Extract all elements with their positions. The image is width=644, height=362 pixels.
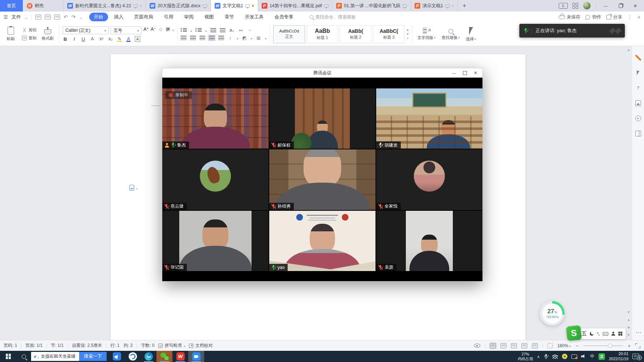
tray-mic-icon[interactable] [544,354,548,359]
increase-indent-icon[interactable] [220,28,226,32]
text-typeset-button[interactable]: 文字排版 [416,28,437,40]
zoom-out-button[interactable]: − [576,343,579,349]
collaborate-button[interactable]: 协作 [585,14,601,20]
taskbar-search-button[interactable] [17,351,31,362]
styles-scroll[interactable]: ▲▼≡ [406,28,409,40]
style-heading1[interactable]: AaBb标题 1 [306,25,338,43]
view-page-icon[interactable] [490,343,496,348]
tab-document-1[interactable]: 新时代爱国主义...鲁杰) 4.22 [64,0,146,12]
screencast-icon[interactable] [571,354,577,359]
tab-home[interactable]: 首页 [0,0,23,12]
scroll-down-arrow[interactable]: ▼ [627,310,630,314]
fit-page-icon[interactable] [548,343,553,348]
export-icon[interactable] [45,14,51,19]
view-web-icon[interactable] [521,343,527,348]
format-painter-button[interactable]: 格式刷 [40,27,56,41]
find-replace-button[interactable]: 查找替换 [440,28,461,40]
bold-button[interactable] [63,36,68,42]
close-button[interactable] [630,1,640,10]
sogou-tray-icon[interactable] [598,353,605,360]
eye-protect-icon[interactable] [474,344,480,348]
workspace-grid-icon[interactable] [572,3,578,9]
tab-developer[interactable]: 开发工具 [240,13,269,21]
tab-start[interactable]: 开始 [89,13,108,21]
view-outline-icon[interactable] [501,343,506,348]
user-avatar[interactable] [583,2,591,10]
superscript-button[interactable] [99,36,104,42]
font-name-select[interactable]: Calibri (正文) [63,26,109,34]
distribute-icon[interactable] [218,36,224,40]
zoom-slider-knob[interactable] [608,344,612,348]
tab-docer[interactable]: 稻壳 [23,0,64,12]
collapse-ribbon-icon[interactable] [637,14,640,19]
command-search[interactable]: 查找命令、搜索模板 [310,14,356,20]
highlight-color-button[interactable] [117,36,122,42]
location-icon[interactable] [635,115,641,121]
proofread-button[interactable]: 文档校对 [189,343,212,349]
keyboard-icon[interactable] [603,332,608,336]
restore-button[interactable] [615,1,626,10]
phonetic-guide-icon[interactable] [165,26,171,32]
wrap-icon[interactable] [238,27,244,33]
view-read-icon[interactable] [511,343,517,348]
app-wps[interactable] [172,351,188,362]
notification-center[interactable]: 5 [632,353,642,360]
tab-pdf[interactable]: 14第十四学位...果规定.pdf [258,0,332,12]
minimize-button[interactable] [449,69,459,77]
toolbar-more-chevron[interactable] [79,14,82,20]
participant-tile[interactable]: 袁源 [376,211,482,271]
tab-document-2[interactable]: 20大报告正式版.docx [146,0,211,12]
strikethrough-button[interactable] [90,36,95,42]
redo-icon[interactable] [72,14,76,20]
align-left-icon[interactable] [181,36,186,40]
participant-tile[interactable]: 张记国 [162,211,269,271]
sogou-logo[interactable] [566,325,582,341]
participant-tile[interactable]: 全家悦 [376,149,482,210]
tab-page-layout[interactable]: 页面布局 [130,13,158,21]
increase-font-icon[interactable] [143,26,149,32]
italic-button[interactable] [72,36,77,42]
select-tool-icon[interactable] [635,70,641,76]
scroll-up-arrow[interactable]: ▲ [627,48,630,52]
sidebar-more-icon[interactable]: ••• [636,331,642,335]
help-icon[interactable] [635,85,641,91]
fullscreen-icon[interactable] [635,343,640,348]
underline-button[interactable] [81,36,86,42]
paste-button[interactable]: 粘贴 [3,27,19,42]
cut-button[interactable]: 剪切 [22,27,37,33]
wifi-icon[interactable] [552,354,558,359]
numbered-list-icon[interactable] [196,28,202,32]
shading-icon[interactable] [242,35,247,41]
participant-tile[interactable]: 孙绍勇 [269,149,375,210]
task-pane-icon[interactable] [635,131,641,136]
app-messenger[interactable] [109,351,125,362]
zoom-level[interactable]: 160% [557,343,571,348]
zoom-slider[interactable] [583,345,623,346]
tab-references[interactable]: 引用 [159,13,178,21]
person-icon[interactable] [611,332,615,336]
zoom-in-button[interactable]: + [628,343,631,349]
participant-tile[interactable]: 郝保权 [269,88,375,149]
tab-section[interactable]: 章节 [220,13,239,21]
line-spacing-icon[interactable] [228,35,233,41]
punctuation-icon[interactable]: °, [597,332,600,336]
participant-tile[interactable]: 燕云捷 [162,149,269,210]
participant-tile[interactable]: 录制中 鲁杰 [162,88,269,149]
app-wechat[interactable] [156,351,172,362]
undo-icon[interactable] [64,14,68,20]
print-icon[interactable] [54,14,60,19]
font-color-button[interactable] [126,36,131,42]
tab-review[interactable]: 审阅 [180,13,198,21]
style-heading3[interactable]: AaBbC(标题 3 [373,25,405,43]
copy-button[interactable]: 复制 [22,35,37,41]
save-icon[interactable] [35,14,41,19]
more-options-icon[interactable] [627,14,632,20]
search-go-button[interactable]: 搜索一下 [79,352,107,361]
tab-member[interactable]: 会员专享 [270,13,298,21]
maximize-button[interactable] [460,69,469,77]
toolbox-grid-icon[interactable] [618,332,623,336]
start-button[interactable] [0,351,17,362]
tab-marks-icon[interactable] [247,27,253,33]
clock[interactable]: 20:012022/11/19 [609,352,628,362]
participant-tile-active-speaker[interactable]: yao [269,211,375,271]
